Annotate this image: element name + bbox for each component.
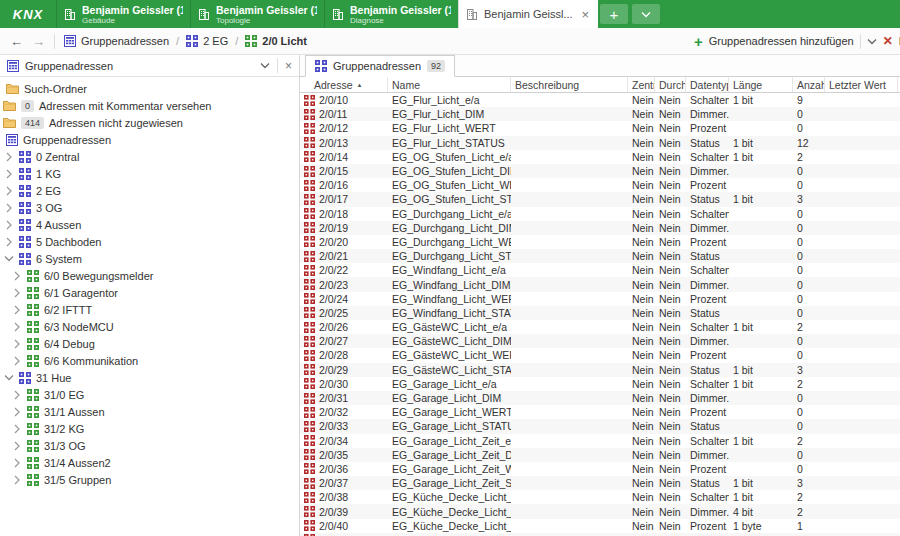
chevron-right-icon[interactable] — [11, 356, 22, 366]
tree-item[interactable]: 31/2 KG — [0, 420, 299, 437]
table-row[interactable]: 2/0/14EG_OG_Stufen_Licht_e/aNeinNeinScha… — [300, 150, 900, 164]
table-row[interactable]: 2/0/22EG_Windfang_Licht_e/aNeinNeinSchal… — [300, 263, 900, 277]
project-tab[interactable]: Benjamin Geissler (1)Diagnose — [324, 0, 458, 28]
column-header-count[interactable]: Anzah — [793, 77, 825, 92]
chevron-right-icon[interactable] — [11, 288, 22, 298]
project-tab-active[interactable]: Benjamin Geissl...× — [458, 0, 598, 28]
column-header-description[interactable]: Beschreibung — [511, 77, 628, 92]
table-row[interactable]: 2/0/12EG_Flur_Licht_WERTNeinNeinProzent … — [300, 121, 900, 135]
chevron-right-icon[interactable] — [11, 305, 22, 315]
column-header-name[interactable]: Name — [388, 77, 511, 92]
tree-item[interactable]: 31/0 EG — [0, 386, 299, 403]
chevron-right-icon[interactable] — [3, 152, 14, 162]
tree-item[interactable]: 31 Hue — [0, 369, 299, 386]
column-header-central[interactable]: Zentra — [628, 77, 655, 92]
table-row[interactable]: 2/0/13EG_Flur_Licht_STATUSNeinNeinStatus… — [300, 136, 900, 150]
tree-item[interactable]: 4 Aussen — [0, 216, 299, 233]
column-header-last_value[interactable]: Letzter Wert — [825, 77, 898, 92]
chevron-right-icon[interactable] — [11, 407, 22, 417]
new-tab-button[interactable]: + — [600, 4, 628, 24]
column-header-pass[interactable]: Durch — [655, 77, 686, 92]
table-row[interactable]: 2/0/26EG_GästeWC_Licht_e/aNeinNeinSchalt… — [300, 320, 900, 334]
table-row[interactable]: 2/0/17EG_OG_Stufen_Licht_STATUSNeinNeinS… — [300, 192, 900, 206]
breadcrumb-item[interactable]: 2 EG — [186, 35, 228, 47]
panel-dropdown-button[interactable] — [260, 62, 270, 69]
table-row[interactable]: 2/0/40EG_Küche_Decke_Licht_WERTNeinNeinP… — [300, 519, 900, 533]
chevron-right-icon[interactable] — [11, 339, 22, 349]
chevron-right-icon[interactable] — [11, 271, 22, 281]
chevron-right-icon[interactable] — [3, 237, 14, 247]
panel-close-button[interactable]: × — [285, 59, 292, 73]
table-row[interactable]: 2/0/37EG_Garage_Licht_Zeit_STATUSNeinNei… — [300, 476, 900, 490]
table-row[interactable]: 2/0/25EG_Windfang_Licht_STATUSNeinNeinSt… — [300, 306, 900, 320]
chevron-right-icon[interactable] — [3, 220, 14, 230]
tree-item[interactable]: 31/5 Gruppen — [0, 471, 299, 488]
table-row[interactable]: 2/0/38EG_Küche_Decke_Licht_e/aNeinNeinSc… — [300, 490, 900, 504]
table-row[interactable]: 2/0/33EG_Garage_Licht_STATUSNeinNeinStat… — [300, 419, 900, 433]
add-group-addresses-button[interactable]: Gruppenadressen hinzufügen — [709, 35, 854, 47]
tree-item[interactable]: 6/4 Debug — [0, 335, 299, 352]
table-row[interactable]: 2/0/31EG_Garage_Licht_DIMNeinNeinDimmer.… — [300, 391, 900, 405]
chevron-down-icon[interactable] — [3, 374, 14, 381]
tree-item[interactable]: 31/1 Aussen — [0, 403, 299, 420]
add-dropdown-button[interactable] — [867, 38, 877, 45]
table-row[interactable]: 2/0/11EG_Flur_Licht_DIMNeinNeinDimmer...… — [300, 107, 900, 121]
table-row[interactable]: 2/0/10EG_Flur_Licht_e/aNeinNeinSchalten1… — [300, 93, 900, 107]
chevron-right-icon[interactable] — [11, 475, 22, 485]
table-row[interactable]: 2/0/23EG_Windfang_Licht_DIMNeinNeinDimme… — [300, 277, 900, 291]
table-row[interactable]: 2/0/35EG_Garage_Licht_Zeit_DIMNeinNeinDi… — [300, 448, 900, 462]
tab-gruppenadressen[interactable]: Gruppenadressen 92 — [305, 55, 455, 77]
chevron-right-icon[interactable] — [3, 169, 14, 179]
tree-item[interactable]: 0Adressen mit Kommentar versehen — [0, 97, 299, 114]
table-row[interactable]: 2/0/16EG_OG_Stufen_Licht_WERTNeinNeinPro… — [300, 178, 900, 192]
project-tab[interactable]: Benjamin Geissler (1)Topologie — [190, 0, 324, 28]
breadcrumb-item[interactable]: 2/0 Licht — [245, 35, 307, 47]
column-header-length[interactable]: Länge — [729, 77, 793, 92]
tree-item[interactable]: 3 OG — [0, 199, 299, 216]
tree-item[interactable]: 6/1 Garagentor — [0, 284, 299, 301]
forward-button[interactable]: → — [32, 34, 45, 49]
table-row[interactable]: 2/0/19EG_Durchgang_Licht_DIMNeinNeinDimm… — [300, 221, 900, 235]
chevron-right-icon[interactable] — [11, 322, 22, 332]
table-row[interactable]: 2/0/34EG_Garage_Licht_Zeit_e/aNeinNeinSc… — [300, 434, 900, 448]
chevron-right-icon[interactable] — [3, 203, 14, 213]
tab-list-dropdown-button[interactable] — [632, 4, 660, 24]
table-row[interactable]: 2/0/21EG_Durchgang_Licht_STATUSNeinNeinS… — [300, 249, 900, 263]
table-row[interactable]: 2/0/30EG_Garage_Licht_e/aNeinNeinSchalte… — [300, 377, 900, 391]
tree-item[interactable]: Gruppenadressen — [0, 131, 299, 148]
chevron-right-icon[interactable] — [11, 441, 22, 451]
tree-item[interactable]: 2 EG — [0, 182, 299, 199]
column-header-datatype[interactable]: Datentyp — [686, 77, 729, 92]
project-tab[interactable]: Benjamin Geissler (1)Gebäude — [56, 0, 190, 28]
table-row[interactable]: 2/0/32EG_Garage_Licht_WERTNeinNeinProzen… — [300, 405, 900, 419]
table-row[interactable]: 2/0/27EG_GästeWC_Licht_DIMNeinNeinDimmer… — [300, 334, 900, 348]
table-row[interactable]: 2/0/28EG_GästeWC_Licht_WERTNeinNeinProze… — [300, 348, 900, 362]
breadcrumb-item[interactable]: Gruppenadressen — [64, 35, 169, 47]
chevron-down-icon[interactable] — [3, 255, 14, 262]
close-icon[interactable]: × — [579, 8, 591, 21]
chevron-right-icon[interactable] — [11, 424, 22, 434]
table-row[interactable]: 2/0/36EG_Garage_Licht_Zeit_WERTNeinNeinP… — [300, 462, 900, 476]
tree-item[interactable]: 6 System — [0, 250, 299, 267]
chevron-right-icon[interactable] — [11, 458, 22, 468]
tree-item[interactable]: 6/0 Bewegungsmelder — [0, 267, 299, 284]
table-row[interactable]: 2/0/24EG_Windfang_Licht_WERTNeinNeinProz… — [300, 292, 900, 306]
tree-item[interactable]: Such-Ordner — [0, 80, 299, 97]
tree-item[interactable]: 1 KG — [0, 165, 299, 182]
tree-item[interactable]: 0 Zentral — [0, 148, 299, 165]
table-row[interactable]: 2/0/20EG_Durchgang_Licht_WERTNeinNeinPro… — [300, 235, 900, 249]
back-button[interactable]: ← — [10, 34, 23, 49]
tree-item[interactable]: 5 Dachboden — [0, 233, 299, 250]
tree-item[interactable]: 6/3 NodeMCU — [0, 318, 299, 335]
tree-item[interactable]: 6/2 IFTTT — [0, 301, 299, 318]
tree-item[interactable]: 31/4 Aussen2 — [0, 454, 299, 471]
tree-item[interactable]: 31/3 OG — [0, 437, 299, 454]
column-header-address[interactable]: Adresse▲ — [300, 77, 388, 92]
table-row[interactable]: 2/0/18EG_Durchgang_Licht_e/aNeinNeinScha… — [300, 207, 900, 221]
chevron-right-icon[interactable] — [3, 186, 14, 196]
tree-item[interactable]: 6/6 Kommunikation — [0, 352, 299, 369]
table-row[interactable]: 2/0/15EG_OG_Stufen_Licht_DIMNeinNeinDimm… — [300, 164, 900, 178]
table-row[interactable]: 2/0/39EG_Küche_Decke_Licht_DIMNeinNeinDi… — [300, 504, 900, 518]
chevron-right-icon[interactable] — [11, 390, 22, 400]
table-row[interactable]: 2/0/29EG_GästeWC_Licht_STATUSNeinNeinSta… — [300, 363, 900, 377]
